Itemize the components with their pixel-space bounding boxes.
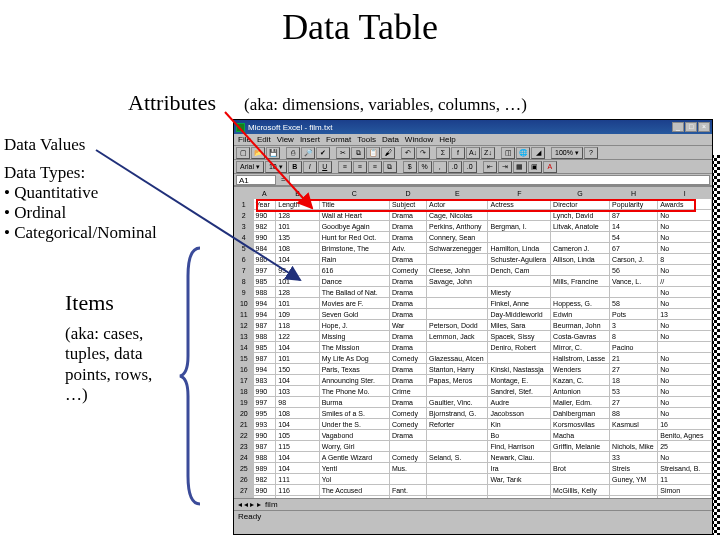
cell[interactable]: 995 [253,408,276,419]
cell[interactable]: No [658,397,712,408]
row-number[interactable]: 11 [235,309,254,320]
cell[interactable]: 108 [276,243,319,254]
cell[interactable]: 997 [253,397,276,408]
spreadsheet-grid[interactable]: ABCDEFGHI 1YearLengthTitleSubjectActorAc… [234,186,712,498]
table-row[interactable]: 16994150Paris, TexasDramaStanton, HarryK… [235,364,712,375]
row-number[interactable]: 18 [235,386,254,397]
font-size-select[interactable]: 10 ▾ [265,161,287,173]
cell[interactable]: 8 [658,254,712,265]
table-row[interactable]: 8985101DanceDramaSavage, JohnMills, Fran… [235,276,712,287]
table-row[interactable]: 21993104Under the S.ComedyReforterKinKor… [235,419,712,430]
sort-desc-icon[interactable]: Z↓ [481,147,495,159]
cell[interactable]: 104 [276,463,319,474]
cell[interactable]: No [658,353,712,364]
cell[interactable]: Day-Middleworld [488,309,551,320]
cell[interactable]: No [658,375,712,386]
cell[interactable]: 993 [253,419,276,430]
cell[interactable]: Dench, Cam [488,265,551,276]
cell[interactable]: Drama [389,298,426,309]
cell[interactable]: Glazessau, Atcen [427,353,488,364]
cell[interactable]: 982 [253,474,276,485]
table-row[interactable]: 26982111YolWar, TarıkGuney, YM11 [235,474,712,485]
cell[interactable]: Drama [389,430,426,441]
align-left-icon[interactable]: ≡ [338,161,352,173]
cell[interactable]: Carvey, D. [427,496,488,499]
cell[interactable] [389,474,426,485]
cell[interactable]: Dance [319,276,389,287]
cell[interactable]: Mirror, C. [551,342,610,353]
map-icon[interactable]: 🌐 [516,147,530,159]
cell[interactable]: 990 [253,232,276,243]
paste-icon[interactable]: 📋 [366,147,380,159]
cell[interactable]: Reforter [427,419,488,430]
table-row[interactable]: 3982101Goodbye AgainDramaPerkins, Anthon… [235,221,712,232]
cell[interactable] [610,485,658,496]
row-number[interactable]: 4 [235,232,254,243]
column-header[interactable]: A [253,188,276,199]
cell[interactable]: No [658,243,712,254]
cell[interactable]: 985 [253,342,276,353]
cell[interactable]: Newark, Clau. [488,452,551,463]
cell[interactable]: Yol [319,474,389,485]
cell[interactable] [427,474,488,485]
cell[interactable]: Guney, YM [610,474,658,485]
row-number[interactable]: 26 [235,474,254,485]
cell[interactable]: 105 [276,430,319,441]
cell[interactable]: Korsmosvilas [551,419,610,430]
cell[interactable] [427,463,488,474]
cell[interactable]: 987 [253,441,276,452]
cell[interactable]: Montage, E. [488,375,551,386]
cell[interactable]: Hunt for Red Oct. [319,232,389,243]
cell[interactable]: 58 [610,298,658,309]
sort-asc-icon[interactable]: A↓ [466,147,480,159]
row-number[interactable]: 21 [235,419,254,430]
cell[interactable]: 990 [253,496,276,499]
cell[interactable]: 997 [253,265,276,276]
cell[interactable]: 116 [276,485,319,496]
cell[interactable]: Jacobsson [488,408,551,419]
cell[interactable]: Drama [389,276,426,287]
cell[interactable]: Peterson, Dodd [427,320,488,331]
cell[interactable]: Miesty [488,287,551,298]
menu-item[interactable]: Data [382,135,399,144]
underline-icon[interactable]: U [318,161,332,173]
cell[interactable]: No [658,386,712,397]
cell[interactable]: 104 [276,375,319,386]
cell[interactable]: McGillis, Kelly [551,485,610,496]
cell[interactable]: Cameron J. [551,243,610,254]
row-number[interactable]: 27 [235,485,254,496]
cell[interactable]: Drama [389,309,426,320]
cell[interactable]: 16 [658,419,712,430]
cell[interactable]: Comedy [389,353,426,364]
menu-item[interactable]: File [238,135,251,144]
cell[interactable] [610,287,658,298]
table-row[interactable]: 13988122MissingDramaLemmon, JackSpacek, … [235,331,712,342]
row-number[interactable]: 3 [235,221,254,232]
row-number[interactable]: 1 [235,199,254,210]
cell[interactable]: Drama [389,287,426,298]
cell[interactable]: Crime [389,386,426,397]
cell[interactable]: Macha [551,430,610,441]
table-row[interactable]: 5984108Brimstone, TheAdv.SchwarzeneggerH… [235,243,712,254]
row-number[interactable]: 24 [235,452,254,463]
field-header-cell[interactable]: Length [276,199,319,210]
cell[interactable]: Bo [488,430,551,441]
redo-icon[interactable]: ↷ [416,147,430,159]
cell[interactable]: 101 [276,276,319,287]
cell[interactable] [427,287,488,298]
column-header[interactable]: E [427,188,488,199]
cell[interactable]: Perkins, Anthony [427,221,488,232]
column-header[interactable]: G [551,188,610,199]
cell[interactable]: 135 [276,232,319,243]
cell[interactable]: The Phone Mo. [319,386,389,397]
font-color-icon[interactable]: A [543,161,557,173]
cell[interactable]: Rain [319,254,389,265]
cell[interactable]: My Life As Dog [319,353,389,364]
cell[interactable]: The Accused [319,485,389,496]
cell[interactable] [488,496,551,499]
cell[interactable]: Find, Harrison [488,441,551,452]
cell[interactable]: Pots [610,309,658,320]
cell[interactable]: 11 [658,474,712,485]
cell[interactable]: Drama [389,342,426,353]
cell[interactable] [488,485,551,496]
